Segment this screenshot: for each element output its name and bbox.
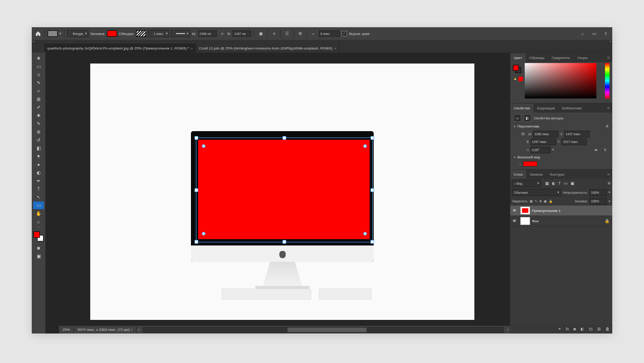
filter-smart-icon[interactable]: ▣ — [571, 181, 575, 186]
marquee-tool[interactable]: ▭ — [33, 63, 44, 70]
fx-icon[interactable]: fx — [566, 327, 569, 331]
type-tool[interactable]: T — [33, 185, 44, 193]
blur-tool[interactable]: ● — [33, 161, 44, 168]
stroke-style-dropdown[interactable] — [171, 30, 190, 37]
tool-preset-swatch[interactable] — [48, 30, 58, 37]
mask-icon[interactable]: ◙ — [574, 327, 576, 331]
collapse-left-icon[interactable]: « — [33, 40, 34, 44]
hue-slider[interactable] — [605, 63, 610, 98]
hand-tool[interactable]: ✋ — [33, 210, 44, 217]
shape-rectangle[interactable] — [198, 140, 370, 239]
foreground-background-colors[interactable] — [33, 231, 44, 242]
lock-all-icon[interactable]: 🔒 — [549, 200, 553, 203]
gamut-warning-icon[interactable]: ▲ — [513, 77, 517, 81]
blend-mode-dropdown[interactable]: Обычные — [512, 189, 561, 196]
workspace-icon[interactable]: ▭ — [590, 30, 598, 37]
gradient-tool[interactable]: ▼ — [33, 152, 44, 160]
filter-adjust-icon[interactable]: ◐ — [552, 181, 556, 186]
chevron-down-icon[interactable]: ▾ — [59, 32, 61, 35]
reset-icon[interactable]: ↺ — [605, 124, 609, 128]
fill-swatch[interactable] — [107, 30, 117, 37]
align-edges-checkbox[interactable]: ✓ — [342, 31, 347, 36]
close-icon[interactable]: × — [334, 46, 337, 50]
close-icon[interactable]: × — [191, 46, 193, 50]
path-align-icon[interactable]: ≡ — [270, 30, 278, 37]
flip-h-icon[interactable]: ⇋ — [592, 146, 600, 153]
tab-swatches[interactable]: Образцы — [526, 53, 548, 62]
group-icon[interactable]: 🗀 — [589, 327, 593, 331]
panel-menu-icon[interactable]: ≡ — [605, 103, 612, 113]
color-fg-bg[interactable] — [513, 65, 521, 73]
appearance-fill-swatch[interactable] — [523, 161, 537, 167]
section-appearance[interactable]: Внешний вид — [517, 155, 540, 159]
link-layers-icon[interactable]: ⚭ — [558, 327, 561, 331]
zoom-field[interactable]: 25% — [59, 326, 74, 334]
height-field[interactable]: 1287 пи — [233, 30, 251, 37]
adjustment-icon[interactable]: ◐ — [581, 327, 584, 331]
width-field[interactable]: 2286 пи — [198, 30, 217, 37]
tab-color[interactable]: Цвет — [510, 53, 526, 62]
panel-menu-icon[interactable]: ≡ — [605, 170, 612, 179]
history-brush-tool[interactable]: ↺ — [33, 136, 44, 144]
document-tab[interactable]: Слой 12.psb @ 25% (birmingham-museums-tr… — [196, 44, 339, 53]
document-canvas[interactable] — [90, 64, 474, 320]
width-input[interactable]: 2286 пикс. — [533, 131, 558, 137]
lasso-tool[interactable]: ⊃ — [33, 71, 44, 78]
layer-name[interactable]: Прямоугольник 1 — [532, 209, 561, 213]
screen-mode-icon[interactable]: ▣ — [33, 252, 44, 260]
frame-tool[interactable]: ⊠ — [33, 95, 44, 103]
new-layer-icon[interactable]: ⊞ — [597, 327, 601, 331]
panel-menu-icon[interactable]: ≡ — [605, 53, 612, 62]
brush-tool[interactable]: ✎ — [33, 120, 44, 128]
tab-channels[interactable]: Каналы — [526, 170, 546, 179]
tab-gradients[interactable]: Градиенты — [548, 53, 574, 62]
trash-icon[interactable]: 🗑 — [605, 327, 610, 331]
height-input[interactable]: 1287 пикс. — [531, 138, 556, 145]
stamp-tool[interactable]: ⊕ — [33, 128, 44, 136]
lock-position-icon[interactable]: ✥ — [539, 200, 542, 203]
horizontal-scrollbar[interactable] — [143, 327, 503, 333]
scroll-left-icon[interactable]: ‹ — [137, 328, 141, 332]
link-wh-icon[interactable]: ⟡ — [219, 30, 226, 37]
layer-filter-kind[interactable]: Вид — [512, 180, 541, 187]
rectangle-tool[interactable]: ▭ — [33, 201, 44, 209]
quick-mask-icon[interactable]: ◙ — [33, 244, 44, 252]
color-field[interactable] — [525, 63, 596, 98]
tab-adjustments[interactable]: Коррекция — [533, 103, 558, 113]
quick-select-tool[interactable]: ✎ — [33, 79, 44, 87]
flip-v-icon[interactable]: ⥮ — [601, 146, 609, 153]
radius-field[interactable]: 0 пикс. — [319, 30, 340, 37]
link-icon[interactable]: ⊟ — [519, 130, 527, 137]
visibility-icon[interactable]: 👁 — [510, 208, 518, 213]
stroke-size-dropdown[interactable]: 1 пикс. — [148, 30, 169, 37]
tab-patterns[interactable]: Узоры — [574, 53, 591, 62]
filter-pixel-icon[interactable]: ▦ — [545, 181, 549, 186]
scroll-right-icon[interactable]: › — [505, 328, 510, 332]
lock-brush-icon[interactable]: ✎ — [535, 200, 537, 203]
lock-pixels-icon[interactable]: ▦ — [530, 200, 533, 203]
layer-name[interactable]: Фон — [532, 219, 539, 223]
gear-icon[interactable]: ⚙ — [297, 30, 304, 37]
tab-paths[interactable]: Контуры — [546, 170, 568, 179]
filter-toggle[interactable] — [608, 182, 610, 185]
eraser-tool[interactable]: ◧ — [33, 144, 44, 152]
path-arrange-icon[interactable]: ☰ — [283, 30, 291, 37]
crop-tool[interactable]: ⌗ — [33, 87, 44, 95]
stroke-swatch[interactable] — [136, 30, 146, 37]
layer-thumbnail[interactable] — [520, 217, 530, 225]
search-icon[interactable]: ⌕ — [579, 30, 586, 37]
lock-icon[interactable]: 🔒 — [605, 219, 610, 223]
filter-type-icon[interactable]: T — [558, 181, 561, 186]
path-combine-icon[interactable]: ▣ — [257, 30, 264, 37]
gamut-color-swatch[interactable] — [518, 77, 523, 81]
filter-shape-icon[interactable]: ▭ — [564, 181, 568, 186]
angle-input[interactable]: 0,00° — [531, 147, 551, 153]
edit-toolbar-icon[interactable]: ⋯ — [33, 226, 44, 229]
eyedropper-tool[interactable]: ✐ — [33, 103, 44, 111]
tab-libraries[interactable]: Библиотеки — [558, 103, 585, 113]
layer-row[interactable]: 👁 Прямоугольник 1 — [510, 206, 612, 216]
canvas-area[interactable]: ≣ 💬 25% 5074 пикс. x 3383 пикс. (72 ppi)… — [45, 53, 510, 334]
move-tool[interactable]: ✥ — [33, 54, 44, 62]
section-transform[interactable]: Перспектива — [517, 124, 539, 128]
visibility-icon[interactable]: 👁 — [510, 219, 518, 223]
